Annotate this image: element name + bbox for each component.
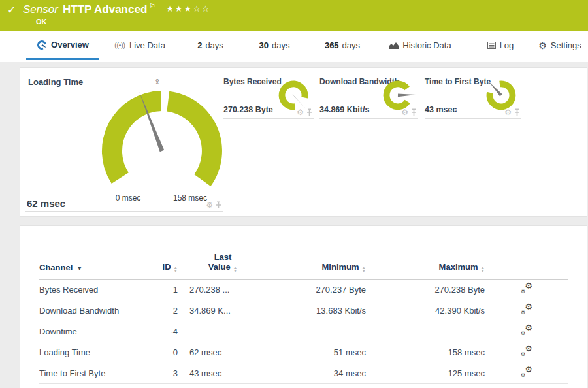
tab-label: days (205, 40, 223, 50)
channel-name[interactable]: Loading Time (39, 342, 137, 363)
gauge-settings-gear-icon[interactable]: ⚙ (504, 108, 512, 116)
sensor-tab-bar: Overview ((•)) Live Data 2 days 30 days … (0, 31, 588, 62)
tab-number: 30 (259, 40, 269, 50)
channel-settings-icon[interactable]: ⚙⚙ (521, 325, 532, 336)
table-row: Bytes Received 1 270.238 ... 270.237 Byt… (39, 280, 568, 300)
pin-icon[interactable] (306, 108, 312, 116)
column-header-minimum[interactable]: Minimum▲▼ (268, 243, 366, 280)
channel-settings-icon[interactable]: ⚙⚙ (521, 346, 532, 357)
column-header-id[interactable]: ID▲▼ (137, 243, 178, 280)
tab-label: Settings (551, 40, 581, 50)
stars-filled: ★★★ (166, 4, 193, 14)
tab-label: days (272, 40, 289, 50)
channel-settings-icon[interactable]: ⚙⚙ (521, 304, 532, 315)
channel-maximum: 158 msec (366, 342, 485, 363)
tab-30-days[interactable]: 30 days (253, 31, 295, 60)
sort-icons: ▲▼ (481, 266, 485, 272)
tab-settings[interactable]: ⚙ Settings (537, 31, 583, 60)
channel-id: 2 (137, 300, 178, 321)
channel-minimum: 270.237 Byte (268, 280, 366, 300)
channel-minimum: 34 msec (268, 363, 366, 384)
gauge-tile-time-to-first-byte[interactable]: Time to First Byte 43 msec ⚙ (425, 73, 521, 119)
gauge-value: 43 msec (425, 105, 457, 114)
channel-name[interactable]: Time to First Byte (39, 363, 137, 384)
sensor-header: ✓ SensorHTTP Advanced⚐★★★☆☆ OK (0, 0, 588, 31)
gauge-value: 62 msec (27, 198, 65, 209)
channel-maximum: 270.238 Byte (366, 280, 485, 300)
gauge-scale-min: 0 msec (108, 193, 148, 202)
channel-settings-icon[interactable]: ⚙⚙ (521, 283, 532, 294)
channel-name[interactable]: Bytes Received (39, 280, 137, 300)
tab-label: Live Data (129, 40, 165, 50)
sensor-title: HTTP Advanced (63, 3, 147, 16)
gauge-settings-gear-icon[interactable]: ⚙ (401, 108, 408, 116)
stars-empty: ☆☆ (193, 4, 210, 14)
channel-maximum (366, 321, 485, 342)
tab-2-days[interactable]: 2 days (191, 31, 229, 60)
channel-minimum: 51 msec (268, 342, 366, 363)
flag-icon[interactable]: ⚐ (149, 2, 155, 10)
broadcast-icon: ((•)) (114, 42, 125, 49)
column-header-channel[interactable]: Channel▼ (39, 243, 137, 280)
tab-number: 365 (325, 40, 339, 50)
tab-live-data[interactable]: ((•)) Live Data (110, 31, 170, 60)
sort-desc-icon: ▼ (76, 265, 82, 272)
status-ok-check-icon: ✓ (7, 4, 16, 16)
tab-label: Historic Data (402, 40, 451, 50)
channel-id: -4 (137, 321, 178, 342)
pin-icon[interactable] (216, 201, 221, 209)
gauge-title: Time to First Byte (425, 77, 491, 86)
gauge-value: 34.869 Kbit/s (319, 105, 369, 114)
gauge-settings-gear-icon[interactable]: ⚙ (206, 201, 213, 209)
tab-historic-data[interactable]: Historic Data (384, 31, 456, 60)
gauge-title: Bytes Received (223, 77, 282, 86)
channels-panel: Channel▼ ID▲▼ Last Value▲▼ Minimum▲▼ Max… (20, 225, 587, 388)
gauge-tile-download-bandwidth[interactable]: Download Bandwidth 34.869 Kbit/s ⚙ (319, 73, 418, 119)
tab-label: days (342, 40, 360, 50)
sort-icons: ▲▼ (233, 266, 237, 272)
channel-name[interactable]: Downtime (39, 321, 137, 342)
column-header-last-value[interactable]: Last Value▲▼ (178, 243, 268, 280)
tab-number: 2 (197, 40, 202, 50)
tab-log[interactable]: Log (482, 31, 519, 60)
download-bandwidth-gauge (380, 76, 416, 112)
gauge-value: 270.238 Byte (223, 105, 273, 114)
sort-icons: ▲▼ (174, 266, 178, 272)
table-row: Time to First Byte 3 43 msec 34 msec 125… (39, 363, 568, 384)
priority-stars[interactable]: ★★★☆☆ (166, 4, 210, 14)
channel-maximum: 125 msec (366, 363, 485, 384)
gauges-panel: Loading Time x̄ 0 msec 158 msec 62 msec … (20, 67, 587, 217)
channel-id: 0 (137, 342, 178, 363)
channel-last-value: 34.869 K... (178, 300, 268, 321)
gauge-tile-loading-time[interactable]: Loading Time x̄ 0 msec 158 msec 62 msec … (25, 73, 223, 212)
gauge-icon (37, 39, 47, 50)
column-header-maximum[interactable]: Maximum▲▼ (366, 243, 485, 280)
channel-last-value: 270.238 ... (178, 280, 268, 300)
pin-icon[interactable] (514, 108, 520, 116)
tab-label: Overview (51, 40, 89, 50)
sort-icons: ▲▼ (362, 266, 366, 272)
channel-id: 3 (137, 363, 178, 384)
gear-icon: ⚙ (538, 40, 547, 51)
gauge-settings-gear-icon[interactable]: ⚙ (297, 108, 304, 116)
sensor-kind-label: Sensor (23, 3, 58, 16)
channel-minimum (268, 321, 366, 342)
channel-name[interactable]: Download Bandwidth (39, 300, 137, 321)
tab-365-days[interactable]: 365 days (318, 31, 367, 60)
area-chart-icon (389, 42, 399, 49)
bytes-received-gauge (275, 76, 312, 112)
gauge-tile-bytes-received[interactable]: Bytes Received 270.238 Byte ⚙ (223, 73, 314, 119)
pin-icon[interactable] (411, 108, 417, 116)
gauge-needle (398, 94, 416, 97)
mean-marker-label: x̄ (155, 78, 159, 86)
channel-maximum: 42.390 Kbit/s (366, 300, 485, 321)
tab-label: Log (500, 40, 514, 50)
log-list-icon (487, 42, 496, 49)
tab-overview[interactable]: Overview (26, 31, 99, 60)
channel-id: 1 (137, 280, 178, 300)
channels-table: Channel▼ ID▲▼ Last Value▲▼ Minimum▲▼ Max… (39, 243, 568, 384)
channel-settings-icon[interactable]: ⚙⚙ (521, 367, 532, 378)
channel-last-value: 62 msec (178, 342, 268, 363)
channel-last-value: 43 msec (178, 363, 268, 384)
sensor-status-badge: OK (36, 18, 47, 25)
